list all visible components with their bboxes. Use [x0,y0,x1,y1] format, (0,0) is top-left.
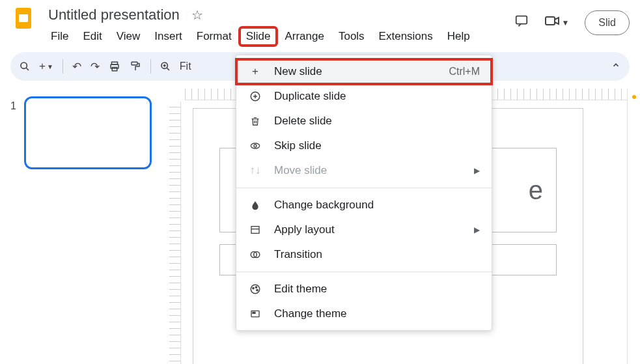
svg-rect-13 [251,227,259,234]
menu-insert[interactable]: Insert [148,27,189,46]
palette-icon [248,283,262,295]
theme-icon [248,309,262,319]
search-icon[interactable] [20,61,30,72]
menu-format[interactable]: Format [190,27,238,46]
svg-point-18 [255,287,257,288]
star-icon[interactable]: ☆ [191,7,203,23]
svg-point-16 [251,285,260,294]
comments-icon[interactable] [514,14,529,32]
menu-move-slide: ↑↓ Move slide ▶ [236,158,492,183]
slide-panel: 1 [0,89,169,364]
slides-logo[interactable] [10,5,36,31]
zoom-fit-label[interactable]: Fit [180,61,191,72]
plus-icon: + [248,65,262,78]
duplicate-icon [248,91,262,102]
menubar: File Edit View Insert Format Slide Arran… [44,27,507,46]
menu-help[interactable]: Help [441,27,477,46]
skip-icon [248,141,262,151]
chevron-down-icon: ▼ [561,18,569,27]
slide-number: 1 [10,100,16,360]
trash-icon [248,115,262,127]
zoom-icon[interactable] [160,61,171,72]
menu-change-theme[interactable]: Change theme [236,301,492,326]
layout-icon [248,225,262,235]
menu-apply-layout[interactable]: Apply layout ▶ [236,217,492,242]
menu-view[interactable]: View [110,27,147,46]
menu-slide[interactable]: Slide [240,27,277,46]
svg-point-4 [21,63,27,68]
svg-rect-2 [516,16,527,24]
menu-transition[interactable]: Transition [236,242,492,267]
svg-point-11 [251,143,259,148]
slide-thumbnail-1[interactable] [24,96,152,169]
undo-icon[interactable]: ↶ [72,60,81,74]
transition-icon [248,249,262,260]
menu-delete-slide[interactable]: Delete slide [236,109,492,133]
menu-change-background[interactable]: Change background [236,193,492,217]
menu-arrange[interactable]: Arrange [278,27,330,46]
move-icon: ↑↓ [248,164,262,177]
menu-edit-theme[interactable]: Edit theme [236,277,492,301]
svg-point-19 [257,289,258,290]
paint-format-icon[interactable] [130,61,141,72]
menu-new-slide[interactable]: + New slide Ctrl+M [236,59,492,84]
ruler-vertical [169,102,181,364]
svg-point-12 [254,145,257,147]
submenu-arrow-icon: ▶ [474,166,480,175]
themes-icon[interactable] [632,95,636,99]
separator [63,59,63,74]
menu-edit[interactable]: Edit [76,27,108,46]
menu-tools[interactable]: Tools [332,27,371,46]
print-icon[interactable] [109,61,120,72]
present-dropdown[interactable]: ▼ [544,13,569,33]
svg-rect-8 [132,62,137,65]
redo-icon[interactable]: ↷ [90,60,100,74]
new-slide-tool[interactable]: + ▼ [39,60,53,73]
svg-rect-21 [253,312,255,313]
menu-extensions[interactable]: Extensions [372,27,439,46]
menu-duplicate-slide[interactable]: Duplicate slide [236,84,492,109]
camera-icon [544,13,560,33]
separator [150,59,151,74]
menu-file[interactable]: File [44,27,75,46]
menu-divider [236,272,492,272]
menu-divider [236,188,492,188]
menu-skip-slide[interactable]: Skip slide [236,133,492,158]
right-sidebar [627,89,640,364]
svg-rect-3 [546,17,555,25]
svg-point-17 [253,287,254,288]
svg-rect-1 [19,14,28,22]
doc-title[interactable]: Untitled presentation [44,5,184,25]
collapse-toolbar-icon[interactable] [611,61,620,72]
slide-dropdown-menu: + New slide Ctrl+M Duplicate slide Delet… [236,55,492,331]
droplet-icon [248,199,262,211]
slideshow-button[interactable]: Slid [585,10,630,35]
submenu-arrow-icon: ▶ [474,225,480,234]
